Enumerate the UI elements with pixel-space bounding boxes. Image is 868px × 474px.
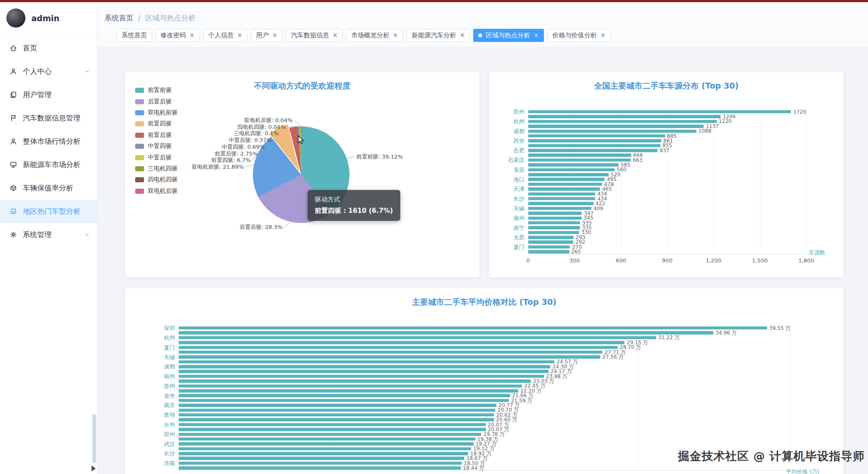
bar[interactable]: [528, 250, 569, 254]
tab-close-icon[interactable]: ×: [333, 32, 338, 39]
bar[interactable]: [179, 379, 531, 383]
bar[interactable]: [179, 452, 468, 455]
bar[interactable]: [528, 168, 615, 172]
tab[interactable]: 汽车数据信息×: [286, 29, 343, 42]
bar[interactable]: [528, 212, 582, 215]
bar[interactable]: [179, 399, 509, 402]
tab-close-icon[interactable]: ×: [237, 32, 243, 39]
bar[interactable]: [179, 389, 518, 393]
bar[interactable]: [528, 178, 605, 181]
legend-item[interactable]: 后置后驱: [135, 96, 177, 107]
bar[interactable]: [528, 149, 657, 152]
bar[interactable]: [179, 433, 481, 436]
avatar[interactable]: [6, 8, 25, 28]
tab[interactable]: 区域与热点分析×: [473, 29, 544, 42]
bar[interactable]: [528, 236, 574, 239]
bar[interactable]: [179, 462, 462, 465]
bar[interactable]: [179, 370, 549, 373]
breadcrumb-root[interactable]: 系统首页: [105, 13, 133, 23]
sidebar-scrollbar[interactable]: [92, 414, 96, 463]
sidebar-item[interactable]: 个人中心: [0, 60, 97, 83]
sidebar-item[interactable]: 用户管理: [0, 83, 97, 106]
tab[interactable]: 新能源汽车分析×: [407, 29, 470, 42]
sidebar-collapse-arrow[interactable]: [92, 466, 96, 471]
bar[interactable]: [179, 351, 602, 354]
bar[interactable]: [528, 163, 618, 167]
bar[interactable]: [528, 173, 609, 176]
bar[interactable]: [528, 144, 660, 148]
bar[interactable]: [179, 442, 474, 446]
bar[interactable]: [528, 217, 582, 220]
bar[interactable]: [179, 360, 555, 364]
bar[interactable]: [528, 139, 661, 142]
bar[interactable]: [528, 134, 665, 138]
sidebar-item[interactable]: 新能源车市场分析: [0, 153, 97, 176]
tab-close-icon[interactable]: ×: [600, 32, 606, 39]
bar[interactable]: [179, 409, 495, 412]
bar[interactable]: [179, 404, 496, 407]
bar[interactable]: [179, 346, 618, 349]
tab[interactable]: 用户×: [251, 29, 283, 42]
sidebar-item[interactable]: 汽车数据信息管理: [0, 106, 97, 130]
bar[interactable]: [528, 115, 721, 118]
bar[interactable]: [179, 438, 475, 441]
tab-close-icon[interactable]: ×: [460, 32, 465, 39]
legend-item[interactable]: 前置前驱: [135, 85, 177, 96]
legend-item[interactable]: 双电机后驱: [135, 186, 177, 197]
bar[interactable]: [528, 240, 573, 244]
tab[interactable]: 修改密码×: [155, 29, 200, 42]
tab[interactable]: 价格与价值分析×: [547, 29, 611, 42]
sidebar-item[interactable]: 整体市场行情分析: [0, 130, 97, 153]
bar[interactable]: [179, 447, 471, 451]
legend-item[interactable]: 四电机四驱: [135, 174, 177, 185]
bar[interactable]: [179, 375, 544, 378]
tab-close-icon[interactable]: ×: [393, 32, 398, 39]
tab[interactable]: 系统首页: [116, 29, 152, 42]
laptop-icon: [9, 207, 17, 215]
bar[interactable]: [528, 207, 591, 210]
bar[interactable]: [179, 413, 494, 417]
bar[interactable]: [528, 202, 593, 205]
user-row[interactable]: admin: [0, 2, 97, 34]
bar[interactable]: [528, 187, 600, 191]
bar-row: 厦门270: [528, 245, 806, 249]
bar[interactable]: [179, 365, 550, 368]
bar[interactable]: [528, 159, 631, 162]
bar[interactable]: [179, 355, 600, 359]
bar[interactable]: [528, 245, 570, 249]
tab[interactable]: 个人信息×: [203, 29, 248, 42]
tab-close-icon[interactable]: ×: [189, 32, 195, 39]
bar[interactable]: [528, 153, 631, 157]
bar[interactable]: [528, 120, 717, 123]
sidebar-item[interactable]: 系统管理: [0, 223, 97, 246]
bar[interactable]: [179, 457, 464, 460]
bar[interactable]: [179, 331, 713, 335]
bar[interactable]: [179, 326, 767, 330]
bar[interactable]: [528, 192, 595, 196]
bar[interactable]: [179, 418, 494, 421]
bar[interactable]: [179, 466, 461, 470]
sidebar-item[interactable]: 地区热门车型分析: [0, 200, 97, 223]
bar[interactable]: [179, 336, 656, 340]
bar[interactable]: [528, 110, 791, 114]
tab-close-icon[interactable]: ×: [272, 32, 277, 39]
chevron-down-icon: [84, 231, 90, 238]
bar[interactable]: [528, 226, 580, 229]
bar[interactable]: [528, 125, 704, 128]
bar[interactable]: [179, 423, 486, 427]
bar[interactable]: [179, 341, 624, 344]
bar[interactable]: [179, 385, 522, 388]
tab-close-icon[interactable]: ×: [533, 32, 539, 39]
sidebar-item[interactable]: 车辆保值率分析: [0, 176, 97, 200]
bar[interactable]: [528, 130, 696, 133]
bar[interactable]: [179, 428, 486, 431]
documents-icon: [9, 91, 17, 99]
bar[interactable]: [528, 221, 580, 225]
tab[interactable]: 市场概览分析×: [346, 29, 403, 42]
sidebar-menu: 首页个人中心用户管理汽车数据信息管理整体市场行情分析新能源车市场分析车辆保值率分…: [0, 34, 97, 246]
sidebar-item[interactable]: 首页: [0, 36, 97, 60]
bar[interactable]: [179, 394, 510, 397]
bar[interactable]: [528, 231, 579, 234]
bar[interactable]: [528, 197, 595, 201]
bar[interactable]: [528, 183, 602, 186]
